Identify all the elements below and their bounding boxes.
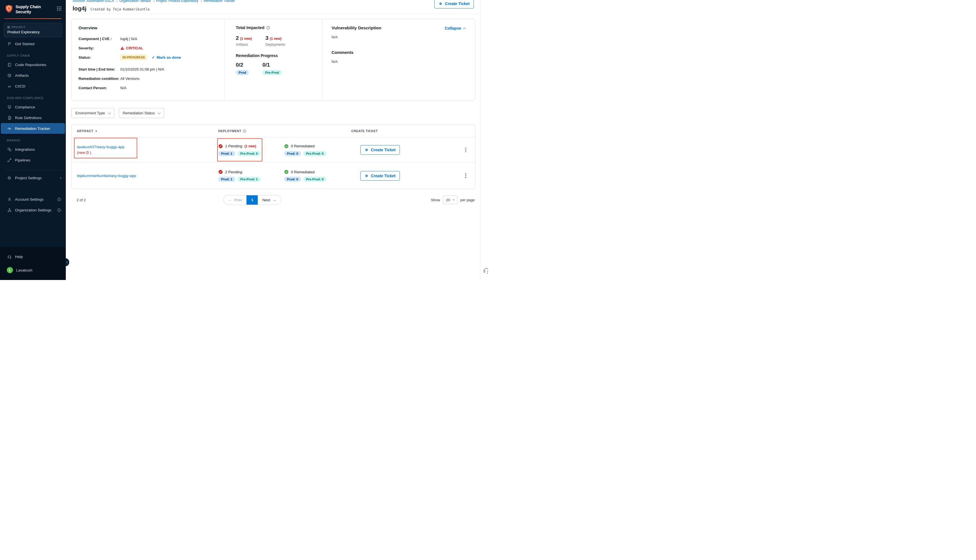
get-started-icon bbox=[7, 42, 12, 46]
next-page-button[interactable]: Next → bbox=[258, 195, 281, 205]
info-icon[interactable] bbox=[57, 198, 61, 201]
critical-warning-icon bbox=[120, 46, 124, 50]
chevron-up-icon bbox=[463, 27, 466, 30]
filters: Environment Type Remediation Status bbox=[72, 108, 475, 118]
sidebar-item-organization-settings[interactable]: Organization Settings bbox=[1, 205, 65, 215]
table-header-row: ARTIFACT ▲ DEPLOYMENT CREATE TICKET bbox=[72, 125, 475, 137]
ticket-diamond-icon bbox=[365, 174, 369, 178]
sidebar-item-label: Pipelines bbox=[15, 158, 30, 162]
breadcrumb-project[interactable]: Project: Product Exploratory bbox=[156, 0, 198, 3]
sidebar-item-integrations[interactable]: Integrations bbox=[1, 144, 65, 155]
sidebar-item-pipelines[interactable]: Pipelines bbox=[1, 155, 65, 165]
sidebar-section-risk-compliance: RISK AND COMPLIANCE bbox=[0, 92, 66, 102]
artifact-new-flag: (new ) bbox=[77, 150, 218, 155]
sidebar-item-label: Integrations bbox=[15, 147, 35, 152]
breadcrumb: Account: Automation-SSCA Organization: d… bbox=[73, 0, 480, 3]
sidebar-item-account-settings[interactable]: Account Settings bbox=[1, 194, 65, 205]
per-page-label: per page bbox=[460, 198, 475, 202]
environment-type-filter[interactable]: Environment Type bbox=[72, 108, 114, 118]
sidebar-section-supply-chain: SUPPLY CHAIN bbox=[0, 49, 66, 59]
pending-status-icon bbox=[218, 170, 223, 174]
created-by-text: Created by Teja Kummarikuntla bbox=[90, 7, 150, 11]
sidebar-section-manage: MANAGE bbox=[0, 134, 66, 144]
pending-status-icon bbox=[218, 144, 223, 148]
remediation-progress-heading: Remediation Progress bbox=[236, 53, 317, 58]
chevron-right-icon bbox=[116, 0, 117, 3]
overview-heading: Overview bbox=[78, 25, 217, 30]
compliance-icon bbox=[7, 105, 12, 109]
field-remediation-condition: Remediation condition: All Versions bbox=[78, 76, 217, 81]
sidebar-item-code-repositories[interactable]: Code Repositories bbox=[1, 59, 65, 70]
sidebar-item-compliance[interactable]: Compliance bbox=[1, 102, 65, 112]
artifact-link[interactable]: tejakummarikuntla/easy-buggy-app bbox=[77, 173, 136, 179]
prev-page-button[interactable]: ← Prev bbox=[224, 195, 247, 205]
pending-cell: 1 Pending (1 new) Prod: 1 Pre-Prod: 0 bbox=[218, 144, 284, 156]
arrow-left-icon: ← bbox=[228, 198, 232, 202]
sidebar-item-artifacts[interactable]: Artifacts bbox=[1, 70, 65, 81]
page-number-button[interactable]: 1 bbox=[247, 195, 258, 205]
table-row: lavakush07/easy-buggy-app (new ) bbox=[72, 137, 475, 162]
preprod-count-badge: Pre-Prod: 0 bbox=[303, 151, 327, 156]
severity-value: CRITICAL bbox=[120, 46, 143, 50]
artifact-cell: tejakummarikuntla/easy-buggy-app bbox=[77, 173, 218, 179]
ticket-cell: Create Ticket bbox=[360, 145, 461, 155]
artifact-link[interactable]: lavakush07/easy-buggy-app bbox=[77, 144, 125, 150]
sidebar-item-cicd[interactable]: ∞ CI/CD bbox=[1, 81, 65, 92]
sidebar: Supply Chain Security PROJECT Product Ex… bbox=[0, 0, 66, 280]
overview-card: Overview Component | CVE : log4j | N/A S… bbox=[72, 19, 475, 101]
sidebar-item-label: Project Settings bbox=[15, 176, 42, 180]
rule-definitions-icon bbox=[7, 116, 12, 120]
project-selector[interactable]: PROJECT Product Exploratory bbox=[4, 23, 62, 37]
page-size-select[interactable]: 20 bbox=[443, 196, 457, 204]
new-info-icon[interactable] bbox=[86, 151, 89, 154]
chevron-down-icon bbox=[108, 111, 111, 114]
sidebar-item-get-started[interactable]: Get Started bbox=[1, 38, 65, 49]
support-headset-icon[interactable] bbox=[483, 267, 488, 274]
sidebar-item-label: Get Started bbox=[15, 42, 35, 46]
scrollbar-gutter[interactable] bbox=[480, 0, 488, 280]
mark-as-done-button[interactable]: ✓ Mark as done bbox=[152, 55, 181, 60]
pending-new-badge: (1 new) bbox=[245, 144, 256, 148]
row-menu-kebab-icon[interactable] bbox=[462, 171, 469, 180]
project-name: Product Exploratory bbox=[7, 30, 58, 34]
breadcrumb-remediation-tracker[interactable]: Remediation Tracker bbox=[204, 0, 235, 3]
sidebar-item-user[interactable]: L Lavakush bbox=[1, 265, 65, 275]
chevron-down-icon bbox=[453, 198, 455, 200]
breadcrumb-organization[interactable]: Organization: default bbox=[120, 0, 151, 3]
sidebar-item-rule-definitions[interactable]: Rule Definitions bbox=[1, 112, 65, 123]
apps-grid-icon[interactable] bbox=[57, 6, 62, 11]
remediation-tracker-icon bbox=[7, 127, 12, 131]
remediation-status-filter[interactable]: Remediation Status bbox=[119, 108, 164, 118]
brand-title: Supply Chain Security bbox=[15, 5, 55, 14]
collapse-button[interactable]: Collapse bbox=[445, 26, 465, 30]
content: Overview Component | CVE : log4j | N/A S… bbox=[66, 14, 488, 205]
column-header-artifact[interactable]: ARTIFACT ▲ bbox=[77, 129, 218, 133]
sidebar-item-label: Remediation Tracker bbox=[15, 127, 50, 131]
create-ticket-button[interactable]: Create Ticket bbox=[434, 0, 474, 8]
sidebar-item-help[interactable]: Help bbox=[1, 251, 65, 262]
column-header-create-ticket: CREATE TICKET bbox=[351, 129, 470, 133]
breadcrumb-account[interactable]: Account: Automation-SSCA bbox=[73, 0, 114, 3]
account-settings-icon bbox=[7, 197, 12, 202]
sidebar-item-label: Organization Settings bbox=[15, 208, 52, 212]
chevron-left-icon bbox=[67, 261, 68, 263]
organization-settings-icon bbox=[7, 208, 12, 212]
info-icon[interactable] bbox=[243, 129, 246, 133]
total-impacted-heading: Total Impacted bbox=[236, 25, 264, 30]
integrations-icon bbox=[7, 147, 12, 152]
impacted-deployments: 3 (1 new) Deployments bbox=[265, 35, 285, 47]
sidebar-divider bbox=[4, 170, 62, 170]
chevron-down-icon bbox=[158, 111, 161, 114]
create-ticket-button[interactable]: Create Ticket bbox=[360, 171, 400, 181]
sidebar-item-label: Rule Definitions bbox=[15, 116, 42, 120]
row-menu-kebab-icon[interactable] bbox=[462, 146, 469, 154]
create-ticket-button[interactable]: Create Ticket bbox=[360, 145, 400, 155]
sidebar-item-remediation-tracker[interactable]: Remediation Tracker bbox=[1, 123, 65, 134]
check-icon: ✓ bbox=[152, 55, 155, 60]
info-icon[interactable] bbox=[57, 208, 61, 212]
field-component-cve: Component | CVE : log4j | N/A bbox=[78, 36, 217, 42]
project-eyebrow-label: PROJECT bbox=[12, 26, 26, 28]
brand[interactable]: Supply Chain Security bbox=[0, 0, 66, 17]
sidebar-item-project-settings[interactable]: ⚙ Project Settings bbox=[1, 172, 65, 183]
info-icon[interactable] bbox=[266, 26, 270, 30]
